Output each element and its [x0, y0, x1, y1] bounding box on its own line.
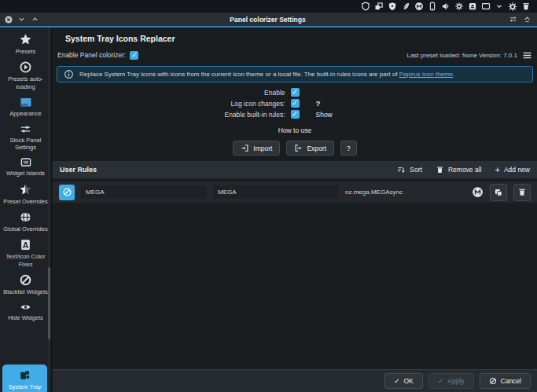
volume-icon[interactable]: [441, 2, 451, 11]
import-export-row: Import Export ?: [53, 141, 537, 156]
sidebar-item-appearance[interactable]: Appearance: [2, 96, 50, 117]
papirus-theme-link[interactable]: Papirus icon theme: [399, 71, 453, 78]
cancel-button[interactable]: Cancel: [480, 373, 531, 389]
sidebar-item-presets-auto-loading[interactable]: Presets auto-loading: [2, 60, 50, 90]
help-button[interactable]: ?: [340, 141, 357, 156]
sliders-icon: [19, 123, 32, 135]
show-builtin-rules-button[interactable]: Show: [316, 111, 333, 119]
plus-icon: +: [495, 166, 499, 174]
sidebar-item-text-icon-color-fixes[interactable]: A Text/Icon Color Fixes: [2, 238, 50, 268]
mega-rule-icon: [472, 186, 484, 198]
svg-text:A: A: [23, 240, 29, 250]
sort-button[interactable]: Sort: [397, 166, 422, 174]
user-rules-header: User Rules Sort Remove all + Add new: [53, 161, 537, 178]
globe-icon: [19, 211, 32, 224]
check-icon: ✓: [292, 111, 298, 118]
check-icon: ✓: [292, 100, 298, 107]
sidebar-item-widget-islands[interactable]: Widget Islands: [2, 156, 50, 177]
feather-icon[interactable]: [401, 2, 410, 11]
page-title: System Tray Icons Replacer: [65, 34, 537, 43]
form-row-builtin-rules: Enable built-in rules: ✓ Show: [53, 110, 537, 119]
enable-panel-colorizer-checkbox[interactable]: ✓: [130, 51, 138, 60]
sidebar-items: Presets Presets auto-loading Appearance …: [0, 27, 51, 321]
screen: Panel colorizer Settings Presets Presets…: [0, 0, 537, 392]
user-rule-row: nz.mega.MEGAsync: [53, 181, 537, 203]
hamburger-menu-icon[interactable]: [522, 50, 532, 60]
sort-icon: [397, 166, 406, 174]
letter-a-icon: A: [19, 238, 32, 251]
sidebar-item-label: Global Overrides: [3, 225, 47, 233]
sidebar-item-label: Stock Panel Settings: [2, 137, 50, 152]
check-icon: ✓: [394, 377, 400, 385]
rule-toggle-button[interactable]: [59, 185, 75, 200]
close-button[interactable]: [3, 14, 13, 24]
rule-icon-name-input[interactable]: [213, 185, 339, 199]
apply-button[interactable]: ✓ Apply: [428, 373, 474, 389]
check-icon: ✓: [292, 89, 298, 96]
export-button[interactable]: Export: [286, 141, 334, 156]
rule-app-id: nz.mega.MEGAsync: [345, 189, 465, 196]
keep-above-icon[interactable]: [522, 14, 532, 24]
sidebar-item-hide-widgets[interactable]: Hide Widgets: [2, 302, 50, 321]
panel-icon: [19, 96, 33, 108]
mega-icon[interactable]: [414, 2, 424, 11]
form-row-enable: Enable ✓: [53, 88, 537, 97]
sidebar-item-label: Hide Widgets: [8, 314, 43, 321]
islands-icon: [20, 156, 32, 168]
shield-icon[interactable]: [361, 2, 370, 11]
export-icon: [294, 144, 303, 152]
sidebar-item-preset-overrides[interactable]: Preset Overrides: [2, 183, 50, 205]
minimize-button[interactable]: [17, 14, 27, 24]
settings-gear-icon[interactable]: [454, 2, 464, 11]
chevron-down-icon[interactable]: [495, 2, 504, 11]
import-button[interactable]: Import: [233, 141, 280, 156]
sidebar-item-system-tray[interactable]: System Tray: [2, 365, 47, 392]
settings-form: Enable ✓ Log icon changes: ✓ ? Enable bu…: [53, 88, 537, 119]
sidebar-item-label: Blacklist Widgets: [3, 288, 48, 295]
kde-gear-icon[interactable]: [508, 2, 517, 11]
remove-all-button[interactable]: Remove all: [436, 165, 482, 174]
content: System Tray Icons Replacer Enable Panel …: [53, 27, 537, 392]
window-icon[interactable]: [481, 2, 491, 11]
how-to-use-link[interactable]: How to use: [53, 126, 537, 134]
sidebar-item-global-overrides[interactable]: Global Overrides: [2, 211, 50, 233]
dialog-footer: ✓ OK ✓ Apply Cancel: [53, 369, 537, 392]
rule-name-input[interactable]: [81, 185, 207, 199]
display-windows-icon[interactable]: [374, 2, 384, 11]
cancel-icon: [489, 377, 497, 385]
ok-button[interactable]: ✓ OK: [384, 373, 423, 389]
eject-box-icon[interactable]: [468, 2, 477, 11]
bin-icon[interactable]: [521, 2, 531, 11]
form-row-log-icon-changes: Log icon changes: ✓ ?: [53, 99, 537, 108]
builtin-rules-checkbox[interactable]: ✓: [291, 110, 300, 119]
enable-panel-colorizer-label: Enable Panel colorizer:: [57, 51, 126, 59]
eye-icon: [19, 302, 32, 313]
sidebar-scrollbar-handle[interactable]: [48, 267, 50, 339]
circle-slash-icon: [62, 187, 72, 197]
add-new-button[interactable]: + Add new: [495, 166, 530, 174]
duplicate-rule-button[interactable]: [490, 184, 507, 201]
sidebar-item-presets[interactable]: Presets: [2, 33, 50, 55]
phone-icon[interactable]: [428, 2, 437, 11]
maximize-button[interactable]: [30, 14, 40, 24]
delete-rule-button[interactable]: [513, 184, 531, 201]
builtin-rules-label: Enable built-in rules:: [53, 111, 285, 119]
user-rules-title: User Rules: [60, 166, 97, 174]
sidebar-item-blacklist-widgets[interactable]: Blacklist Widgets: [2, 273, 50, 295]
log-icon-changes-label: Log icon changes:: [53, 100, 285, 108]
sidebar-item-stock-panel-settings[interactable]: Stock Panel Settings: [2, 123, 50, 152]
log-help-button[interactable]: ?: [316, 99, 321, 108]
shade-icon[interactable]: [508, 14, 518, 24]
sidebar-item-label: Appearance: [9, 110, 41, 117]
log-icon-changes-checkbox[interactable]: ✓: [291, 99, 300, 108]
gear-play-icon: [19, 60, 32, 74]
sidebar-item-label: System Tray: [9, 383, 42, 390]
info-banner: Replace System Tray icons with icons fro…: [57, 66, 533, 82]
check-icon: ✓: [438, 377, 444, 385]
enable-checkbox[interactable]: ✓: [291, 88, 300, 97]
security-shield-icon[interactable]: [388, 2, 397, 11]
half-star-icon: [19, 183, 32, 196]
window-controls-right: [485, 14, 537, 24]
system-tray-icon: [18, 368, 31, 382]
window-title: Panel colorizer Settings: [50, 16, 485, 24]
